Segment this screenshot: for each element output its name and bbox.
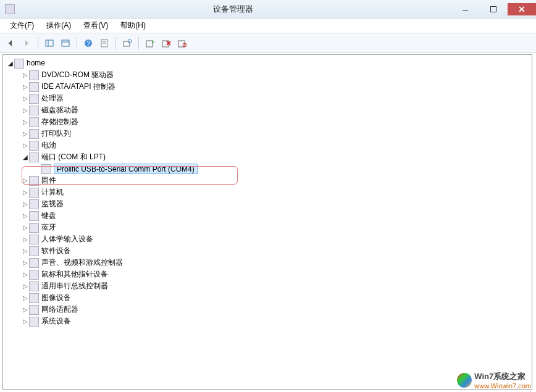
device-category-item[interactable]: ▷声音、视频和游戏控制器: [4, 257, 530, 269]
menu-view[interactable]: 查看(V): [77, 19, 114, 33]
svg-text:?: ?: [86, 40, 90, 47]
device-category-item[interactable]: ▷IDE ATA/ATAPI 控制器: [4, 81, 530, 93]
action-menu-button[interactable]: [98, 36, 111, 50]
expand-arrow-icon[interactable]: ▷: [22, 186, 29, 198]
device-category-item[interactable]: ▷人体学输入设备: [4, 233, 530, 245]
device-icon: [41, 164, 51, 174]
toolbar: ?: [0, 33, 536, 53]
device-category-item[interactable]: ▷蓝牙: [4, 222, 530, 233]
expand-arrow-icon[interactable]: ▷: [22, 175, 29, 186]
device-item-label: 图像设备: [41, 292, 71, 304]
show-hide-console-tree-button[interactable]: [43, 36, 56, 50]
toolbar-separator: [115, 37, 116, 49]
window-title: 设备管理器: [15, 4, 451, 15]
minimize-button[interactable]: [451, 3, 479, 15]
device-category-item[interactable]: ▷键盘: [4, 210, 530, 222]
device-category-item[interactable]: ▷固件: [4, 175, 530, 186]
device-item-label: 存储控制器: [41, 116, 78, 128]
device-tree[interactable]: ◢ home ▷DVD/CD-ROM 驱动器▷IDE ATA/ATAPI 控制器…: [2, 54, 532, 390]
expand-arrow-icon[interactable]: ▷: [22, 304, 29, 315]
toolbar-separator: [77, 37, 77, 49]
tree-root[interactable]: ◢ home: [4, 57, 530, 69]
nav-back-button[interactable]: [4, 36, 17, 50]
device-icon: [29, 223, 39, 233]
tree-root-label: home: [27, 57, 45, 69]
device-icon: [29, 117, 39, 127]
device-item-label: 网络适配器: [41, 304, 78, 315]
device-category-item[interactable]: ▷存储控制器: [4, 116, 530, 128]
device-category-item[interactable]: ▷打印队列: [4, 128, 530, 140]
expand-arrow-icon[interactable]: ▷: [22, 93, 29, 104]
uninstall-device-button[interactable]: [159, 36, 173, 50]
expand-arrow-icon[interactable]: ◢: [7, 57, 14, 69]
device-category-item[interactable]: ▷系统设备: [4, 315, 530, 327]
device-item-label: 计算机: [41, 186, 64, 198]
device-category-item[interactable]: ▷网络适配器: [4, 304, 530, 315]
device-item-label: Prolific USB-to-Serial Comm Port (COM4): [54, 164, 198, 174]
device-item-label: 鼠标和其他指针设备: [41, 269, 108, 280]
titlebar: 设备管理器 ✕: [0, 0, 536, 19]
device-icon: [29, 176, 39, 186]
expand-arrow-icon[interactable]: ▷: [22, 128, 29, 140]
device-category-item[interactable]: ▷软件设备: [4, 245, 530, 257]
toolbar-separator: [138, 37, 139, 49]
expand-arrow-icon[interactable]: ▷: [22, 315, 29, 327]
collapse-arrow-icon[interactable]: ◢: [22, 151, 29, 163]
toolbar-separator: [38, 37, 38, 49]
watermark-url: www.Winwin7.com: [474, 382, 531, 390]
window-icon: [5, 4, 15, 14]
device-category-item[interactable]: ▷DVD/CD-ROM 驱动器: [4, 69, 530, 81]
device-icon: [29, 235, 39, 244]
nav-forward-button[interactable]: [20, 36, 33, 50]
device-icon: [29, 82, 39, 92]
device-icon: [29, 199, 39, 209]
expand-arrow-icon[interactable]: ▷: [22, 269, 29, 280]
device-category-item[interactable]: ▷电池: [4, 140, 530, 151]
device-category-item[interactable]: ▷监视器: [4, 198, 530, 210]
maximize-button[interactable]: [479, 3, 508, 15]
expand-arrow-icon[interactable]: ▷: [22, 81, 29, 93]
update-driver-button[interactable]: [143, 36, 157, 50]
device-item-label: 声音、视频和游戏控制器: [41, 257, 123, 269]
device-icon: [29, 317, 39, 327]
device-icon: [29, 94, 39, 104]
expand-arrow-icon[interactable]: ▷: [22, 210, 29, 222]
device-child-item[interactable]: Prolific USB-to-Serial Comm Port (COM4): [4, 163, 530, 175]
expand-arrow-icon[interactable]: ▷: [22, 233, 29, 245]
window-controls: ✕: [451, 3, 536, 15]
device-category-item[interactable]: ▷计算机: [4, 186, 530, 198]
menu-file[interactable]: 文件(F): [4, 19, 40, 33]
expand-arrow-icon[interactable]: ▷: [22, 69, 29, 81]
expand-arrow-icon[interactable]: ▷: [22, 104, 29, 116]
expand-arrow-icon[interactable]: ▷: [22, 245, 29, 257]
scan-hardware-button[interactable]: [120, 36, 134, 50]
watermark-logo-icon: [457, 373, 472, 388]
expand-arrow-icon[interactable]: ▷: [22, 140, 29, 151]
device-category-item[interactable]: ▷图像设备: [4, 292, 530, 304]
device-icon: [29, 70, 39, 80]
expand-arrow-icon[interactable]: ▷: [22, 280, 29, 292]
expand-arrow-icon[interactable]: ▷: [22, 198, 29, 210]
device-item-label: DVD/CD-ROM 驱动器: [41, 69, 114, 81]
device-item-label: 磁盘驱动器: [41, 104, 78, 116]
device-icon: [29, 106, 39, 115]
disable-device-button[interactable]: [175, 36, 189, 50]
menu-help[interactable]: 帮助(H): [114, 19, 152, 33]
device-category-item[interactable]: ▷通用串行总线控制器: [4, 280, 530, 292]
expand-arrow-icon[interactable]: ▷: [22, 257, 29, 269]
properties-button[interactable]: [59, 36, 72, 50]
expand-arrow-icon[interactable]: ▷: [22, 292, 29, 304]
device-item-label: 系统设备: [41, 315, 71, 327]
close-button[interactable]: ✕: [508, 3, 536, 15]
computer-icon: [14, 59, 24, 69]
device-category-item[interactable]: ▷处理器: [4, 93, 530, 104]
help-button[interactable]: ?: [82, 36, 95, 50]
device-category-item[interactable]: ▷磁盘驱动器: [4, 104, 530, 116]
device-item-label: 通用串行总线控制器: [41, 280, 108, 292]
expand-arrow-icon[interactable]: ▷: [22, 222, 29, 233]
device-icon: [29, 258, 39, 268]
device-category-item[interactable]: ◢端口 (COM 和 LPT): [4, 151, 530, 163]
menu-action[interactable]: 操作(A): [40, 19, 77, 33]
device-category-item[interactable]: ▷鼠标和其他指针设备: [4, 269, 530, 280]
expand-arrow-icon[interactable]: ▷: [22, 116, 29, 128]
